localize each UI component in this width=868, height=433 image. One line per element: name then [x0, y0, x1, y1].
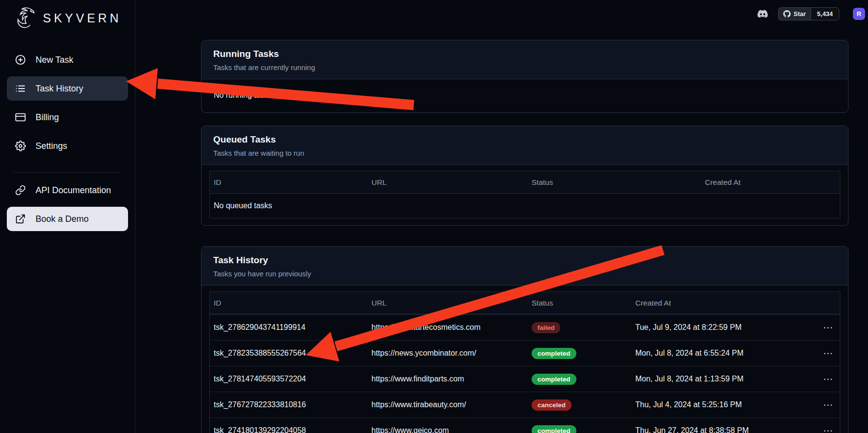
book-a-demo-button[interactable]: Book a Demo	[7, 207, 128, 231]
task-history-table: ID URL Status Created At tsk_27862904374…	[209, 291, 840, 433]
task-url: https://www.geico.com	[371, 426, 532, 433]
row-actions-button[interactable]: ⋯	[809, 348, 836, 358]
credit-card-icon	[15, 112, 26, 123]
task-history-header: Task History Tasks you have run previous…	[202, 247, 848, 286]
ellipsis-icon: ⋯	[823, 374, 833, 384]
ellipsis-icon: ⋯	[823, 348, 833, 359]
ellipsis-icon: ⋯	[823, 425, 833, 433]
sidebar-item-label: Billing	[36, 112, 59, 123]
task-id: tsk_274180139292204058	[214, 426, 371, 433]
sidebar-item-label: Task History	[36, 84, 83, 94]
table-row[interactable]: tsk_278235388555267564 https://news.ycom…	[210, 340, 840, 366]
task-history-card: Task History Tasks you have run previous…	[201, 246, 849, 433]
table-row[interactable]: tsk_274180139292204058 https://www.geico…	[210, 417, 840, 433]
row-actions-button[interactable]: ⋯	[809, 426, 836, 433]
queued-tasks-card: Queued Tasks Tasks that are waiting to r…	[201, 126, 849, 226]
task-id: tsk_278147405593572204	[214, 375, 371, 383]
github-star-widget[interactable]: Star 5,434	[778, 7, 839, 20]
column-header-created-at: Created At	[705, 178, 836, 187]
app-root: SKYVERN New Task Task History Bi	[0, 0, 868, 433]
card-title: Queued Tasks	[213, 134, 836, 145]
ellipsis-icon: ⋯	[823, 399, 833, 410]
column-header-id: ID	[214, 178, 371, 187]
discord-icon	[756, 9, 769, 19]
task-created-at: Mon, Jul 8, 2024 at 1:13:59 PM	[635, 375, 809, 383]
sidebar-item-billing[interactable]: Billing	[7, 105, 128, 129]
table-header-row: ID URL Status Created At	[210, 292, 840, 314]
github-star-count: 5,434	[811, 8, 839, 20]
queued-tasks-empty-state: No queued tasks	[210, 194, 840, 218]
sidebar-item-label: Settings	[36, 141, 67, 151]
task-url: https://www.tartecosmetics.com	[371, 323, 532, 332]
sidebar-nav: New Task Task History Billing	[0, 35, 135, 231]
queued-tasks-table: ID URL Status Created At No queued tasks	[209, 171, 840, 218]
table-row[interactable]: tsk_278147405593572204 https://www.findi…	[210, 366, 840, 392]
sidebar-item-label: Book a Demo	[36, 214, 89, 224]
github-star-label: Star	[794, 10, 806, 18]
running-tasks-header: Running Tasks Tasks that are currently r…	[202, 40, 848, 79]
table-header-row: ID URL Status Created At	[210, 171, 840, 194]
discord-button[interactable]	[756, 9, 769, 19]
link-icon	[15, 185, 26, 196]
task-url: https://www.tirabeauty.com/	[371, 400, 532, 409]
card-title: Running Tasks	[213, 49, 836, 59]
plus-circle-icon	[15, 54, 26, 65]
task-created-at: Thu, Jul 4, 2024 at 5:25:16 PM	[635, 400, 809, 409]
status-badge: failed	[532, 322, 560, 333]
user-avatar[interactable]: R	[853, 8, 865, 20]
task-url: https://news.ycombinator.com/	[371, 349, 532, 358]
sidebar-item-label: New Task	[36, 55, 74, 65]
column-header-created-at: Created At	[635, 299, 809, 307]
sidebar-item-settings[interactable]: Settings	[7, 134, 128, 158]
column-header-url: URL	[371, 299, 532, 307]
card-subtitle: Tasks you have run previously	[213, 270, 836, 278]
status-badge: completed	[532, 425, 576, 433]
queued-tasks-header: Queued Tasks Tasks that are waiting to r…	[202, 126, 848, 165]
skyvern-dragon-icon	[12, 6, 39, 30]
external-link-icon	[15, 214, 26, 224]
task-created-at: Tue, Jul 9, 2024 at 8:22:59 PM	[635, 323, 809, 332]
column-header-status: Status	[532, 299, 635, 307]
sidebar-item-new-task[interactable]: New Task	[7, 48, 128, 72]
card-subtitle: Tasks that are waiting to run	[213, 149, 836, 157]
status-badge: completed	[532, 374, 576, 385]
topbar: Star 5,434 R S	[756, 7, 868, 20]
column-header-status: Status	[532, 178, 705, 187]
ellipsis-icon: ⋯	[823, 322, 833, 333]
row-actions-button[interactable]: ⋯	[809, 323, 836, 332]
row-actions-button[interactable]: ⋯	[809, 374, 836, 384]
table-row[interactable]: tsk_276727822333810816 https://www.tirab…	[210, 392, 840, 417]
brand-logo: SKYVERN	[0, 0, 135, 35]
brand-name: SKYVERN	[43, 11, 121, 25]
column-header-id: ID	[214, 299, 371, 307]
sidebar-item-api-documentation[interactable]: API Documentation	[7, 178, 128, 202]
sidebar-divider	[14, 172, 121, 173]
status-badge: completed	[532, 348, 576, 359]
running-tasks-card: Running Tasks Tasks that are currently r…	[201, 40, 849, 113]
status-badge: canceled	[532, 399, 572, 411]
card-title: Task History	[213, 255, 836, 266]
sidebar: SKYVERN New Task Task History Bi	[0, 0, 135, 433]
running-tasks-empty-state: No running tasks	[209, 85, 840, 106]
card-subtitle: Tasks that are currently running	[213, 63, 836, 72]
row-actions-button[interactable]: ⋯	[809, 400, 836, 410]
sidebar-item-task-history[interactable]: Task History	[7, 76, 128, 101]
list-icon	[15, 83, 26, 94]
task-url: https://www.finditparts.com	[371, 375, 532, 383]
table-row[interactable]: tsk_278629043741199914 https://www.tarte…	[210, 314, 840, 340]
task-created-at: Mon, Jul 8, 2024 at 6:55:24 PM	[635, 349, 809, 358]
column-header-url: URL	[371, 178, 532, 187]
sidebar-item-label: API Documentation	[36, 185, 111, 196]
task-id: tsk_278235388555267564	[214, 349, 371, 358]
task-id: tsk_276727822333810816	[214, 400, 371, 409]
gear-icon	[15, 141, 26, 151]
main-content: Running Tasks Tasks that are currently r…	[201, 40, 849, 433]
github-icon	[783, 10, 791, 18]
task-created-at: Thu, Jun 27, 2024 at 8:38:58 PM	[635, 426, 809, 433]
task-id: tsk_278629043741199914	[214, 323, 371, 332]
